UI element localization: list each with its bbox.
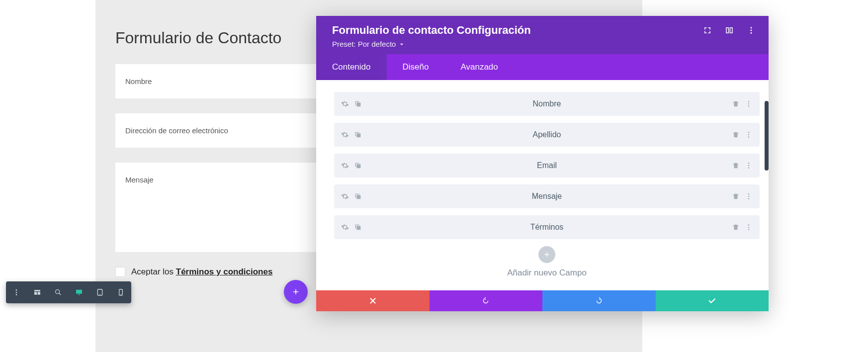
undo-button[interactable] <box>430 290 543 311</box>
zoom-icon <box>54 288 62 296</box>
row-duplicate-button[interactable] <box>354 192 362 200</box>
zoom-button[interactable] <box>53 287 64 298</box>
caret-down-icon <box>398 40 406 48</box>
builder-toolbar <box>6 281 131 303</box>
desktop-icon <box>75 288 83 296</box>
cancel-button[interactable] <box>316 290 430 311</box>
row-delete-button[interactable] <box>732 162 740 170</box>
add-field-button[interactable] <box>538 246 555 263</box>
row-label: Mensaje <box>362 192 732 201</box>
field-row[interactable]: Apellido <box>334 123 760 147</box>
field-message-label: Mensaje <box>125 176 154 184</box>
phone-icon <box>117 288 125 296</box>
svg-point-10 <box>748 165 750 167</box>
expand-button[interactable] <box>703 26 712 35</box>
row-more-button[interactable] <box>745 223 753 231</box>
trash-icon <box>732 223 740 231</box>
svg-point-16 <box>748 227 750 228</box>
field-email-label: Dirección de correo electrónico <box>125 126 228 135</box>
plus-icon <box>543 251 551 259</box>
row-delete-button[interactable] <box>732 100 740 108</box>
row-label: Email <box>362 161 732 170</box>
svg-point-25 <box>120 294 121 294</box>
tab-content[interactable]: Contenido <box>316 54 387 80</box>
desktop-view-button[interactable] <box>74 287 85 298</box>
svg-point-19 <box>16 292 17 293</box>
duplicate-icon <box>354 131 362 139</box>
row-settings-button[interactable] <box>341 223 349 231</box>
svg-point-8 <box>748 136 750 138</box>
panel-more-button[interactable] <box>747 26 756 35</box>
field-row[interactable]: Términos <box>334 215 760 239</box>
row-settings-button[interactable] <box>341 162 349 170</box>
field-row[interactable]: Mensaje <box>334 184 760 208</box>
check-icon <box>707 296 716 305</box>
terms-link[interactable]: Términos y condiciones <box>176 267 273 276</box>
row-delete-button[interactable] <box>732 223 740 231</box>
svg-point-7 <box>748 134 750 136</box>
svg-point-2 <box>751 32 752 34</box>
redo-icon <box>595 296 604 305</box>
tab-advanced[interactable]: Avanzado <box>444 54 514 80</box>
svg-point-17 <box>748 229 750 230</box>
svg-point-23 <box>99 294 100 294</box>
wireframe-button[interactable] <box>32 287 43 298</box>
row-more-button[interactable] <box>745 100 753 108</box>
undo-icon <box>481 296 490 305</box>
row-duplicate-button[interactable] <box>354 223 362 231</box>
field-row[interactable]: Nombre <box>334 92 760 116</box>
more-vertical-icon <box>745 100 753 108</box>
trash-icon <box>732 131 740 139</box>
svg-point-14 <box>748 198 750 199</box>
row-delete-button[interactable] <box>732 131 740 139</box>
row-more-button[interactable] <box>745 131 753 139</box>
confirm-button[interactable] <box>656 290 769 311</box>
row-duplicate-button[interactable] <box>354 131 362 139</box>
svg-point-4 <box>748 103 750 105</box>
toolbar-more-button[interactable] <box>11 287 22 298</box>
preset-label: Preset: Por defecto <box>332 40 396 48</box>
more-vertical-icon <box>12 288 20 296</box>
add-module-fab[interactable] <box>284 280 308 304</box>
more-vertical-icon <box>745 192 753 200</box>
redo-button[interactable] <box>542 290 656 311</box>
field-name-label: Nombre <box>125 77 152 86</box>
gear-icon <box>341 162 349 170</box>
duplicate-icon <box>354 223 362 231</box>
svg-point-21 <box>56 290 60 294</box>
terms-checkbox[interactable] <box>115 267 125 277</box>
phone-view-button[interactable] <box>115 287 126 298</box>
tab-design[interactable]: Diseño <box>387 54 445 80</box>
row-settings-button[interactable] <box>341 192 349 200</box>
field-row[interactable]: Email <box>334 154 760 177</box>
tablet-view-button[interactable] <box>94 287 105 298</box>
row-duplicate-button[interactable] <box>354 100 362 108</box>
more-vertical-icon <box>745 162 753 170</box>
terms-prefix: Aceptar los <box>131 267 176 276</box>
close-icon <box>368 296 377 305</box>
row-more-button[interactable] <box>745 162 753 170</box>
row-delete-button[interactable] <box>732 192 740 200</box>
trash-icon <box>732 100 740 108</box>
row-label: Términos <box>362 223 732 232</box>
panel-header: Formulario de contacto Configuración Pre… <box>316 16 769 54</box>
more-vertical-icon <box>745 131 753 139</box>
svg-point-5 <box>748 105 750 107</box>
preset-selector[interactable]: Preset: Por defecto <box>332 40 531 48</box>
duplicate-icon <box>354 162 362 170</box>
panel-footer <box>316 290 769 311</box>
panel-title: Formulario de contacto Configuración <box>332 24 531 37</box>
svg-rect-22 <box>97 289 102 295</box>
expand-icon <box>703 26 712 35</box>
gear-icon <box>341 131 349 139</box>
panel-scrollbar[interactable] <box>765 101 769 171</box>
svg-point-15 <box>748 224 750 226</box>
row-duplicate-button[interactable] <box>354 162 362 170</box>
row-settings-button[interactable] <box>341 131 349 139</box>
more-vertical-icon <box>747 26 756 35</box>
snap-button[interactable] <box>725 26 734 35</box>
svg-point-9 <box>748 163 750 164</box>
more-vertical-icon <box>745 223 753 231</box>
row-settings-button[interactable] <box>341 100 349 108</box>
row-more-button[interactable] <box>745 192 753 200</box>
